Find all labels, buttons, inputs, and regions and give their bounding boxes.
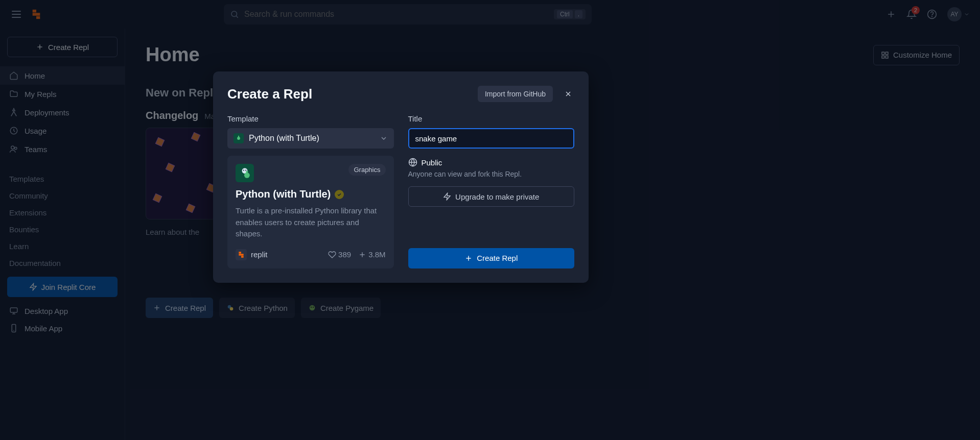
create-repl-submit[interactable]: Create Repl — [408, 248, 575, 268]
import-github-button[interactable]: Import from GitHub — [478, 86, 553, 102]
modal-title: Create a Repl — [227, 86, 312, 102]
close-icon[interactable] — [562, 88, 574, 100]
svg-rect-40 — [239, 252, 241, 254]
replit-logo-icon — [236, 249, 247, 260]
visibility-note: Anyone can view and fork this Repl. — [408, 170, 575, 178]
title-label: Title — [408, 114, 575, 123]
create-repl-modal: Create a Repl Import from GitHub Templat… — [213, 71, 589, 283]
plus-icon — [464, 254, 473, 262]
svg-point-37 — [245, 170, 246, 171]
upgrade-button[interactable]: Upgrade to make private — [408, 186, 575, 207]
globe-icon — [408, 158, 417, 167]
upgrade-label: Upgrade to make private — [455, 192, 539, 201]
svg-point-36 — [243, 170, 244, 171]
plus-icon — [358, 251, 366, 259]
svg-point-38 — [244, 173, 250, 178]
heart-icon — [328, 251, 336, 259]
likes-stat: 389 — [328, 250, 351, 259]
create-repl-submit-label: Create Repl — [477, 254, 518, 262]
python-turtle-icon — [234, 133, 244, 143]
svg-marker-47 — [444, 193, 450, 200]
template-card: Graphics Python (with Turtle) Turtle is … — [227, 156, 394, 268]
chevron-down-icon — [380, 134, 388, 142]
verified-icon — [335, 190, 344, 199]
svg-point-39 — [246, 171, 248, 173]
template-desc: Turtle is a pre-installed Python library… — [236, 205, 386, 240]
lightning-icon — [443, 192, 451, 201]
svg-rect-41 — [239, 254, 243, 256]
template-label: Template — [227, 114, 394, 123]
forks-stat: 3.8M — [358, 250, 385, 259]
template-author-name: replit — [251, 250, 268, 259]
svg-rect-42 — [241, 256, 244, 258]
template-author[interactable]: replit — [236, 249, 268, 260]
svg-point-34 — [238, 136, 239, 137]
python-turtle-icon — [236, 164, 254, 182]
template-selected: Python (with Turtle) — [249, 134, 319, 143]
svg-point-33 — [237, 137, 240, 140]
visibility-value: Public — [422, 158, 442, 167]
title-input[interactable] — [408, 128, 575, 149]
visibility-row: Public — [408, 158, 575, 167]
template-name: Python (with Turtle) — [236, 188, 331, 200]
template-tag: Graphics — [348, 164, 385, 176]
template-select[interactable]: Python (with Turtle) — [227, 128, 394, 149]
